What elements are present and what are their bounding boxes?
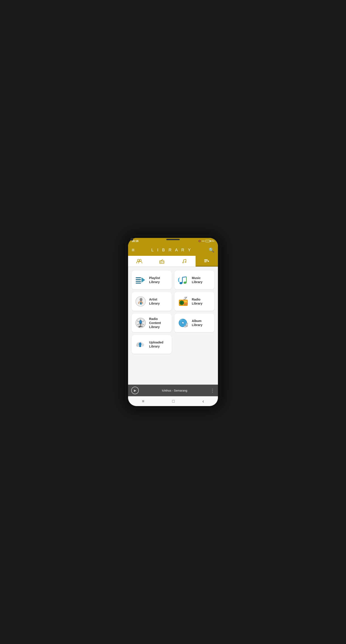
app-title: L I B R A R Y (151, 248, 192, 252)
radio-content-library-icon (134, 317, 147, 329)
uploaded-library-icon (134, 338, 147, 350)
album-library-label: AlbumLibrary (192, 319, 202, 327)
svg-rect-33 (184, 300, 187, 302)
mute-icon: 🔕 (198, 240, 201, 242)
library-row-2: ArtistLibrary (132, 292, 214, 311)
play-icon: ▶ (134, 389, 136, 392)
svg-point-36 (187, 303, 188, 304)
music-library-card[interactable]: MusicLibrary (174, 270, 214, 289)
status-time: 16:16 (132, 240, 139, 242)
artist-library-card[interactable]: ArtistLibrary (132, 292, 172, 311)
artist-library-icon (134, 295, 147, 308)
uploaded-library-card[interactable]: UploadedLibrary (132, 335, 172, 354)
battery-percent: 63% (210, 240, 214, 242)
status-bar: 16:16 🔕 ▪▪▪▪ 63% (128, 238, 218, 244)
uploaded-library-label: UploadedLibrary (149, 340, 163, 348)
battery-indicator: 63% (205, 240, 214, 242)
people-tab-icon (136, 259, 142, 264)
tab-bar (128, 256, 218, 267)
menu-icon[interactable]: ≡ (132, 247, 135, 253)
radio-library-icon (177, 295, 190, 308)
svg-point-6 (183, 262, 184, 263)
phone-frame: 16:16 🔕 ▪▪▪▪ 63% ≡ L I B R A R Y 🔍 (125, 235, 221, 409)
playlist-library-label: PlaylistLibrary (149, 276, 160, 284)
svg-point-1 (139, 260, 141, 262)
content-area: PlaylistLibrary (128, 267, 218, 384)
radio-tab-icon (159, 259, 165, 264)
radio-content-library-card[interactable]: RadioContentLibrary (132, 314, 172, 332)
library-row-3: RadioContentLibrary (132, 314, 214, 332)
svg-point-7 (185, 262, 186, 263)
music-library-icon (177, 274, 190, 286)
svg-point-34 (184, 303, 185, 304)
svg-rect-27 (140, 302, 142, 304)
app-bar: ≡ L I B R A R Y 🔍 (128, 244, 218, 256)
music-tab-icon (181, 259, 187, 264)
radio-content-library-label: RadioContentLibrary (149, 317, 161, 329)
library-row-4: UploadedLibrary (132, 335, 214, 354)
play-button[interactable]: ▶ (131, 386, 139, 394)
nav-bar: ≡ □ ‹ (128, 396, 218, 406)
tab-radio[interactable] (151, 256, 173, 266)
svg-point-35 (186, 303, 186, 304)
svg-point-37 (184, 304, 185, 305)
svg-point-3 (160, 262, 161, 263)
playlist-library-icon (134, 274, 147, 286)
now-playing-bar: ▶ Ichthus - Semarang ⋮ (128, 384, 218, 396)
artist-library-label: ArtistLibrary (149, 298, 160, 306)
playlist-library-card[interactable]: PlaylistLibrary (132, 270, 172, 289)
svg-point-32 (181, 302, 183, 304)
svg-text:e: e (182, 322, 183, 324)
search-icon[interactable]: 🔍 (209, 247, 214, 253)
radio-library-label: RadioLibrary (192, 298, 202, 306)
signal-icon: ▪▪▪▪ (202, 240, 205, 242)
more-options-button[interactable]: ⋮ (210, 388, 215, 393)
battery-icon (205, 240, 210, 242)
playlist-tab-icon (204, 258, 210, 264)
album-library-card[interactable]: e AlbumLibrary (174, 314, 214, 332)
nav-back-button[interactable]: ‹ (198, 397, 208, 406)
status-icons: 🔕 ▪▪▪▪ 63% (198, 240, 214, 242)
music-library-label: MusicLibrary (192, 276, 202, 284)
tab-playlist[interactable] (196, 256, 218, 266)
radio-library-card[interactable]: RadioLibrary (174, 292, 214, 311)
album-library-icon: e (177, 317, 190, 329)
nav-menu-button[interactable]: ≡ (137, 397, 149, 406)
tab-people[interactable] (128, 256, 151, 266)
svg-point-0 (137, 260, 139, 262)
svg-point-59 (184, 326, 186, 328)
phone-screen: 16:16 🔕 ▪▪▪▪ 63% ≡ L I B R A R Y 🔍 (128, 238, 218, 406)
nav-home-button[interactable]: □ (168, 397, 179, 406)
now-playing-title: Ichthus - Semarang (141, 389, 208, 392)
svg-line-19 (182, 277, 186, 277)
svg-point-38 (186, 304, 186, 305)
svg-rect-47 (139, 320, 142, 324)
library-row-1: PlaylistLibrary (132, 270, 214, 289)
tab-music[interactable] (173, 256, 196, 266)
